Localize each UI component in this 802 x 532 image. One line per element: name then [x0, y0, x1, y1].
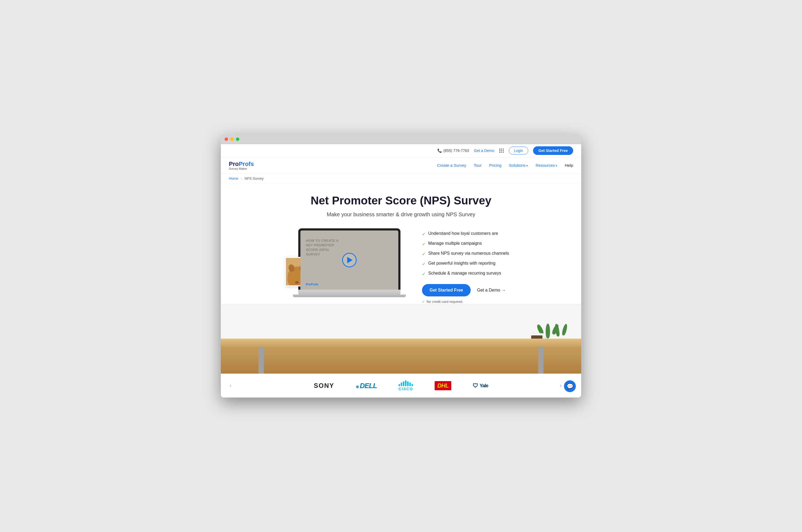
phone-number: 📞 (855) 776-7763 [437, 149, 469, 153]
cisco-label: CISCO [399, 387, 413, 391]
breadcrumb-separator: › [241, 176, 242, 180]
play-button[interactable] [342, 253, 357, 267]
brand-cisco: CISCO [399, 380, 413, 391]
feature-item-1: ✓ Understand how loyal customers are [422, 231, 509, 237]
main-nav: ProProfs Survey Maker Create a Survey To… [221, 157, 581, 174]
breadcrumb-home[interactable]: Home [229, 176, 238, 180]
feature-item-5: ✓ Schedule & manage recurring surveys [422, 271, 509, 277]
feature-item-4: ✓ Get powerful insights with reporting [422, 261, 509, 267]
desk-top-surface [221, 339, 581, 347]
brand-dell: ⊕DELL [356, 382, 377, 390]
utility-bar: 📞 (855) 776-7763 Get a Demo Login Get St… [221, 144, 581, 157]
cta-area: Get Started Free Get a Demo → [422, 284, 509, 297]
laptop-screen-outer: HOW TO CREATE A NET PROMOTER SCORE (NPS)… [298, 228, 400, 290]
logo: ProProfs Survey Maker [229, 160, 254, 170]
nav-tour[interactable]: Tour [474, 163, 482, 168]
laptop-foot [293, 294, 406, 297]
dog-nose [295, 281, 299, 284]
video-overlay [301, 230, 398, 290]
leaf-5 [561, 324, 568, 336]
brand-yale: 🛡Yale [473, 383, 488, 389]
login-button[interactable]: Login [509, 147, 528, 155]
leaf-4 [554, 324, 560, 337]
cisco-bar-3 [403, 381, 404, 386]
get-demo-link-hero[interactable]: Get a Demo → [477, 288, 506, 292]
get-started-button-top[interactable]: Get Started Free [533, 146, 573, 155]
check-icon-1: ✓ [422, 232, 425, 237]
cisco-bar-7 [412, 384, 413, 386]
brands-prev-button[interactable]: ‹ [226, 381, 235, 390]
dog-ear-left [288, 264, 295, 273]
close-button[interactable] [225, 137, 228, 141]
cisco-bar-2 [401, 382, 402, 386]
hero-section: Net Promoter Score (NPS) Survey Make you… [221, 184, 581, 304]
chat-icon: 💬 [567, 383, 573, 390]
breadcrumb-current: NPS Survey [245, 176, 264, 180]
cisco-bar-5 [407, 381, 408, 386]
nav-resources[interactable]: Resources [535, 163, 557, 168]
check-icon-2: ✓ [422, 242, 425, 247]
no-credit-card-notice: ✓ No credit card required. [422, 300, 509, 304]
play-triangle-icon [347, 257, 352, 263]
check-icon-3: ✓ [422, 251, 425, 256]
nav-help[interactable]: Help [565, 163, 573, 168]
phone-icon: 📞 [437, 149, 442, 153]
logo-text: ProProfs [229, 160, 254, 168]
laptop-base [298, 290, 400, 294]
brands-bar: ‹ SONY ⊕DELL CISCO DHL 🛡Yale › 💬 [221, 374, 581, 398]
cisco-bar-4 [405, 380, 406, 386]
yale-shield-icon: 🛡 [473, 383, 478, 389]
feature-item-2: ✓ Manage multiple campaigns [422, 241, 509, 247]
nav-links: Create a Survey Tour Pricing Solutions R… [437, 163, 573, 168]
hero-subtitle: Make your business smarter & drive growt… [229, 211, 573, 217]
feature-item-3: ✓ Share NPS survey via numerous channels [422, 251, 509, 256]
hero-title: Net Promoter Score (NPS) Survey [229, 194, 573, 207]
nav-pricing[interactable]: Pricing [489, 163, 501, 168]
hero-content: HOW TO CREATE A NET PROMOTER SCORE (NPS)… [229, 228, 573, 304]
desk-leg-right [538, 347, 543, 374]
laptop-screen-inner: HOW TO CREATE A NET PROMOTER SCORE (NPS)… [301, 230, 398, 290]
apps-grid-icon[interactable] [499, 149, 504, 153]
brand-dhl: DHL [435, 381, 451, 390]
video-logo: ProProfs [306, 283, 318, 286]
nav-solutions[interactable]: Solutions [509, 163, 528, 168]
desk-leg-left [259, 347, 264, 374]
breadcrumb: Home › NPS Survey [221, 174, 581, 184]
desk-body [221, 344, 581, 374]
nav-create-survey[interactable]: Create a Survey [437, 163, 466, 168]
features-section: ✓ Understand how loyal customers are ✓ M… [422, 228, 509, 304]
cisco-bar-6 [409, 382, 411, 386]
desk-scene [221, 304, 581, 374]
get-started-button-hero[interactable]: Get Started Free [422, 284, 471, 297]
leaf-2 [546, 324, 550, 338]
check-icon-4: ✓ [422, 262, 425, 267]
mac-titlebar [221, 134, 581, 144]
mac-window: 📞 (855) 776-7763 Get a Demo Login Get St… [221, 134, 581, 398]
brand-sony: SONY [314, 382, 334, 390]
get-demo-link-top[interactable]: Get a Demo [474, 149, 494, 153]
maximize-button[interactable] [236, 137, 240, 141]
chat-bubble-button[interactable]: 💬 [564, 380, 576, 392]
check-icon-nocc: ✓ [422, 300, 425, 304]
plant-leaves [540, 324, 565, 338]
check-icon-5: ✓ [422, 271, 425, 277]
laptop-visual: HOW TO CREATE A NET PROMOTER SCORE (NPS)… [293, 228, 406, 297]
dell-icon: ⊕ [356, 385, 359, 389]
cisco-bar-1 [399, 384, 400, 386]
cisco-bars-icon [399, 380, 413, 386]
minimize-button[interactable] [230, 137, 234, 141]
